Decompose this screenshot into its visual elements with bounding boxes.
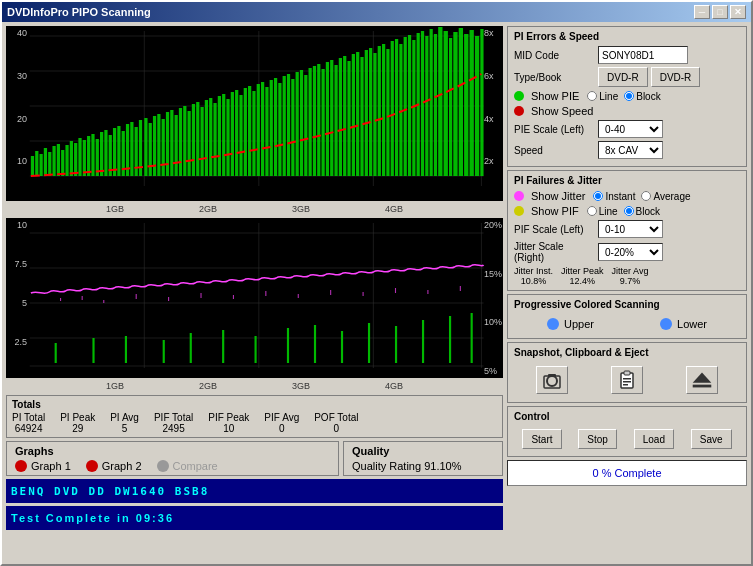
svg-rect-64 bbox=[270, 80, 273, 176]
graphs-title: Graphs bbox=[15, 445, 330, 457]
svg-rect-45 bbox=[188, 111, 191, 176]
svg-rect-145 bbox=[330, 290, 331, 295]
jitter-inst-label: Jitter Inst. bbox=[514, 266, 553, 276]
window-title: DVDInfoPro PIPO Scanning bbox=[7, 6, 151, 18]
maximize-button[interactable]: □ bbox=[712, 5, 728, 19]
svg-rect-61 bbox=[257, 84, 260, 176]
upper-label: Upper bbox=[564, 318, 594, 330]
svg-rect-121 bbox=[55, 343, 57, 363]
svg-rect-157 bbox=[623, 384, 628, 386]
eject-button[interactable] bbox=[686, 366, 718, 394]
svg-rect-15 bbox=[57, 144, 60, 176]
svg-rect-142 bbox=[233, 295, 234, 299]
svg-rect-109 bbox=[470, 30, 474, 176]
svg-rect-146 bbox=[363, 292, 364, 296]
svg-rect-141 bbox=[200, 293, 201, 298]
mid-code-label: MID Code bbox=[514, 50, 594, 61]
svg-rect-53 bbox=[222, 94, 225, 176]
type-book-btn1[interactable]: DVD-R bbox=[598, 67, 648, 87]
pi-errors-speed-section: PI Errors & Speed MID Code Type/Book DVD… bbox=[507, 26, 747, 167]
svg-rect-38 bbox=[157, 114, 160, 176]
svg-rect-79 bbox=[334, 65, 337, 176]
pie-dot bbox=[514, 91, 524, 101]
svg-rect-62 bbox=[261, 82, 264, 176]
svg-rect-12 bbox=[44, 148, 47, 176]
jitter-scale-select[interactable]: 0-20% bbox=[598, 243, 663, 261]
compare-item[interactable]: Compare bbox=[157, 460, 218, 472]
pif-block-option[interactable]: Block bbox=[624, 206, 660, 217]
svg-rect-26 bbox=[104, 130, 107, 176]
pie-line-option[interactable]: Line bbox=[587, 91, 618, 102]
close-button[interactable]: ✕ bbox=[730, 5, 746, 19]
speed-label: Speed bbox=[514, 145, 594, 156]
quality-rating: Quality Rating 91.10% bbox=[352, 460, 494, 472]
svg-rect-139 bbox=[136, 294, 137, 299]
graph2-item[interactable]: Graph 2 bbox=[86, 460, 142, 472]
left-panel: 40 30 20 10 8x 6x 4x 2x bbox=[6, 26, 503, 560]
pie-scale-row: PIE Scale (Left) 0-40 bbox=[514, 120, 740, 138]
progress-text: 0 % Complete bbox=[592, 467, 661, 479]
svg-rect-9 bbox=[31, 156, 34, 176]
graph1-item[interactable]: Graph 1 bbox=[15, 460, 71, 472]
svg-rect-108 bbox=[464, 34, 468, 176]
svg-rect-25 bbox=[100, 132, 103, 176]
prog-scan-options: Upper Lower bbox=[514, 314, 740, 334]
clipboard-button[interactable] bbox=[611, 366, 643, 394]
show-speed-row: Show Speed bbox=[514, 105, 740, 117]
svg-rect-50 bbox=[209, 98, 212, 176]
save-button[interactable]: Save bbox=[691, 429, 732, 449]
compare-label: Compare bbox=[173, 460, 218, 472]
svg-rect-76 bbox=[321, 69, 324, 176]
quality-title: Quality bbox=[352, 445, 494, 457]
jitter-average-option[interactable]: Average bbox=[641, 191, 690, 202]
svg-rect-106 bbox=[453, 32, 457, 176]
svg-rect-144 bbox=[298, 294, 299, 298]
pie-scale-label: PIE Scale (Left) bbox=[514, 124, 594, 135]
lower-option[interactable]: Lower bbox=[660, 318, 707, 330]
upper-option[interactable]: Upper bbox=[547, 318, 594, 330]
svg-rect-17 bbox=[65, 145, 68, 176]
clipboard-icon bbox=[617, 370, 637, 390]
svg-rect-37 bbox=[153, 116, 156, 176]
mid-code-input[interactable] bbox=[598, 46, 688, 64]
svg-rect-65 bbox=[274, 78, 277, 176]
load-button[interactable]: Load bbox=[634, 429, 674, 449]
svg-rect-80 bbox=[339, 58, 342, 176]
svg-rect-41 bbox=[170, 110, 173, 176]
snapshot-button[interactable] bbox=[536, 366, 568, 394]
svg-rect-19 bbox=[74, 143, 77, 176]
pif-scale-select[interactable]: 0-10 bbox=[598, 220, 663, 238]
pif-line-option[interactable]: Line bbox=[587, 206, 618, 217]
jitter-instant-option[interactable]: Instant bbox=[593, 191, 635, 202]
stop-button[interactable]: Stop bbox=[578, 429, 617, 449]
pif-dot bbox=[514, 206, 524, 216]
jitter-avg-value: 9.7% bbox=[620, 276, 641, 286]
svg-rect-72 bbox=[304, 75, 307, 176]
speed-select[interactable]: 8x CAV bbox=[598, 141, 663, 159]
right-panel: PI Errors & Speed MID Code Type/Book DVD… bbox=[507, 26, 747, 560]
title-bar-buttons: ─ □ ✕ bbox=[694, 5, 746, 19]
svg-rect-77 bbox=[326, 62, 329, 176]
svg-rect-95 bbox=[404, 37, 407, 176]
totals-headers-row: PI Total 64924 PI Peak 29 PI Avg 5 PIF T… bbox=[12, 412, 497, 434]
type-book-btn2[interactable]: DVD-R bbox=[651, 67, 701, 87]
minimize-button[interactable]: ─ bbox=[694, 5, 710, 19]
svg-rect-43 bbox=[179, 108, 182, 176]
svg-rect-136 bbox=[60, 298, 61, 301]
svg-rect-103 bbox=[438, 27, 442, 176]
svg-rect-123 bbox=[125, 336, 127, 363]
svg-rect-73 bbox=[309, 68, 312, 176]
svg-rect-107 bbox=[459, 28, 463, 176]
pif-scale-row: PIF Scale (Left) 0-10 bbox=[514, 220, 740, 238]
jitter-inst-value: 10.8% bbox=[521, 276, 547, 286]
svg-rect-84 bbox=[356, 52, 359, 176]
svg-rect-88 bbox=[373, 53, 376, 176]
totals-title: Totals bbox=[12, 399, 497, 410]
svg-rect-32 bbox=[130, 122, 133, 176]
pie-block-option[interactable]: Block bbox=[624, 91, 660, 102]
svg-rect-47 bbox=[196, 102, 199, 176]
svg-rect-69 bbox=[291, 79, 294, 176]
pie-scale-select[interactable]: 0-40 bbox=[598, 120, 663, 138]
start-button[interactable]: Start bbox=[522, 429, 561, 449]
svg-rect-92 bbox=[391, 41, 394, 176]
